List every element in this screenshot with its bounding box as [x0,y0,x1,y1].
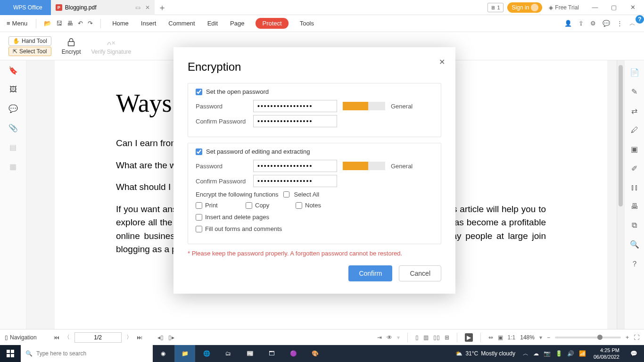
taskbar-clock[interactable]: 4:25 PM 06/08/2022 [590,347,623,361]
fill-forms-checkbox[interactable] [196,226,202,232]
undo-icon[interactable]: ↶ [78,20,83,27]
free-trial-button[interactable]: ◈ Free Trial [546,4,582,11]
notifications-icon[interactable]: 💬 [623,345,644,362]
collapse-ribbon-icon[interactable]: ︿ [629,19,636,28]
zoom-out-icon[interactable]: − [547,334,550,341]
taskbar-edge-icon[interactable]: 🟣 [283,345,304,362]
fit-width-icon[interactable]: ⇔ [488,334,493,341]
zoom-slider-thumb[interactable] [597,335,603,340]
tab-comment[interactable]: Comment [167,18,196,29]
bookmark-icon[interactable]: 🔖 [8,66,18,75]
share-icon[interactable]: ⇪ [578,20,584,27]
taskbar-taskview-icon[interactable]: 🗔 [261,345,282,362]
confirm-button[interactable]: Confirm [348,265,392,281]
two-page-icon[interactable]: ▯▯ [433,334,440,341]
set-edit-password-checkbox[interactable] [196,148,202,155]
encrypt-button[interactable]: Encrypt [62,37,81,55]
start-button[interactable] [0,345,21,362]
single-page-icon[interactable]: ▯ [415,334,419,341]
navigation-button[interactable]: ▯ Navigation [5,334,37,341]
two-continuous-icon[interactable]: ⊞ [445,334,449,341]
select-tool-button[interactable]: ⇱Select Tool [8,47,51,56]
open-password-input[interactable] [253,100,337,112]
split-icon[interactable]: ⫿⫿ [631,183,638,192]
tab-page[interactable]: Page [229,18,245,29]
convert-icon[interactable]: ⇄ [631,107,637,115]
continuous-icon[interactable]: ▥ [423,334,429,341]
close-button[interactable]: ✕ [623,0,642,15]
more-icon[interactable]: ⋮ [617,20,623,27]
last-page-icon[interactable]: ⏭ [137,334,142,341]
taskbar-explorer-icon[interactable]: 📁 [174,345,195,362]
maximize-button[interactable]: ▢ [604,0,623,15]
tab-edit[interactable]: Edit [206,18,219,29]
print-right-icon[interactable]: 🖶 [631,202,638,211]
feedback-icon[interactable]: 💬 [603,20,610,27]
fields-icon[interactable]: ▦ [9,162,17,171]
taskbar-chrome-icon[interactable]: 🌐 [196,345,217,362]
menu-button[interactable]: ≡ Menu [3,18,31,29]
insert-delete-checkbox[interactable] [196,214,202,221]
taskbar-search[interactable]: 🔍 Type here to search [21,345,153,362]
highlight-icon[interactable]: ✐ [631,164,637,173]
doc-count-badge[interactable]: 🗎 1 [487,3,503,12]
attachment-icon[interactable]: 📎 [8,123,18,132]
scroll-thumb[interactable] [619,65,623,206]
signin-button[interactable]: Sign in [507,2,543,13]
actual-size-icon[interactable]: 1:1 [508,334,516,341]
tab-insert[interactable]: Insert [140,18,157,29]
zoom-in-icon[interactable]: + [626,334,629,341]
taskbar-weather[interactable]: ⛅ 31°C Mostly cloudy [452,350,519,357]
prev-page-icon[interactable]: 〈 [64,333,70,341]
page-number-input[interactable] [74,332,122,343]
tray-onedrive-icon[interactable]: ☁ [533,350,539,357]
notes-checkbox[interactable] [296,202,302,209]
tray-battery-icon[interactable]: 🔋 [555,350,562,357]
layers-icon[interactable]: ▤ [9,143,17,152]
screenshot-icon[interactable]: ⧉ [632,221,637,230]
tab-home[interactable]: Home [111,18,130,29]
tray-chevron-icon[interactable]: ︿ [523,350,528,358]
print-checkbox[interactable] [196,202,202,209]
set-open-password-checkbox[interactable] [196,89,202,95]
cancel-button[interactable]: Cancel [399,265,441,281]
save-icon[interactable]: 🖫 [56,20,62,27]
forward-icon[interactable]: ▯▸ [168,334,174,341]
fit-page-icon[interactable]: ▣ [498,334,503,341]
tab-pin-icon[interactable]: ▭ [135,4,140,11]
vertical-scrollbar[interactable] [617,60,624,345]
next-page-icon[interactable]: 〉 [126,333,132,341]
user-icon[interactable]: 👤 [564,20,572,27]
new-tab-button[interactable]: ＋ [155,0,170,15]
first-page-icon[interactable]: ⏮ [54,334,59,341]
hand-tool-button[interactable]: ✋Hand Tool [8,36,51,46]
minimize-button[interactable]: — [586,0,604,15]
taskbar-cortana-icon[interactable]: ◉ [153,345,173,362]
back-icon[interactable]: ◂▯ [157,334,164,341]
zoom-slider[interactable] [555,337,621,338]
document-tab[interactable]: P Blogging.pdf ▭ ✕ [51,0,155,15]
edit-password-input[interactable] [253,160,337,172]
help-right-icon[interactable]: ？ [631,259,638,269]
annotate-icon[interactable]: 🖊 [631,126,638,134]
select-all-checkbox[interactable] [283,191,289,197]
open-icon[interactable]: 📂 [44,20,51,27]
find-icon[interactable]: 🔍 [630,240,639,249]
wps-office-tab[interactable]: WPS Office [0,0,51,15]
redo-icon[interactable]: ↷ [88,20,93,27]
system-tray[interactable]: ︿ ☁ 📷 🔋 🔊 📶 [519,350,590,358]
taskbar-news-icon[interactable]: 📰 [239,345,260,362]
copy-checkbox[interactable] [246,202,252,209]
crop-icon[interactable]: ▣ [631,145,638,154]
settings-icon[interactable]: ⚙ [590,20,596,27]
slideshow-icon[interactable]: ▶ [465,333,473,342]
eye-icon[interactable]: 👁 [387,334,392,341]
comment-pane-icon[interactable]: 💬 [8,104,18,113]
export-pdf-icon[interactable]: 📄 [630,68,639,77]
tray-meet-icon[interactable]: 📷 [544,350,551,357]
thumbnail-icon[interactable]: 🖼 [9,85,17,94]
taskbar-paint-icon[interactable]: 🎨 [305,345,325,362]
edit-confirm-input[interactable] [253,175,337,187]
tray-volume-icon[interactable]: 🔊 [567,350,574,357]
help-icon[interactable]: ? [636,15,644,24]
